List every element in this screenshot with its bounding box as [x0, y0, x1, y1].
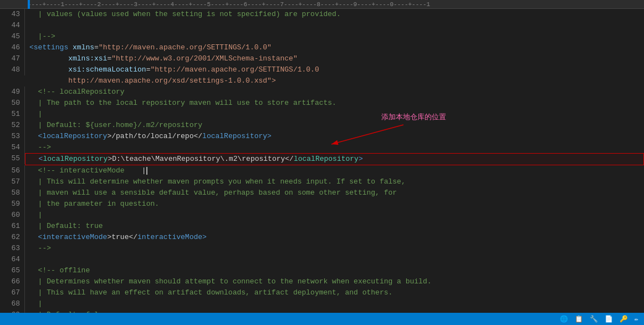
code-line: 62 <interactiveMode>true</interactiveMod… [0, 232, 644, 243]
code-line: 68 | [0, 298, 644, 309]
code-segment: | Determines whether maven should attemp… [29, 277, 432, 286]
code-segment: <!-- localRepository [29, 88, 125, 96]
code-segment: | [142, 166, 146, 175]
annotation-text: 添加本地仓库的位置 [381, 113, 446, 121]
line-number: 54 [0, 142, 25, 153]
line-number: 52 [0, 120, 25, 131]
line-content[interactable]: | Determines whether maven should attemp… [25, 276, 644, 287]
line-content[interactable]: | The path to the local repository maven… [25, 98, 644, 109]
code-segment: >D:\teache\MavenRepository\.m2\repositor… [108, 155, 293, 163]
code-line: 65 <!-- offline [0, 265, 644, 276]
line-number: 53 [0, 131, 25, 142]
status-icon-3: 🔧 [590, 315, 598, 323]
line-number: 64 [0, 254, 25, 265]
code-segment: > [267, 132, 272, 140]
code-segment: localRepository [42, 132, 107, 140]
code-line: 67 | This will have an effect on artifac… [0, 287, 644, 298]
line-content[interactable]: <interactiveMode>true</interactiveMode> [25, 232, 644, 243]
code-segment: <!-- interactiveMode [29, 166, 125, 175]
code-segment: > [202, 233, 207, 241]
code-segment: localRepository [202, 132, 267, 140]
status-icon-5: 🔑 [620, 315, 628, 323]
code-line: 50 | The path to the local repository ma… [0, 98, 644, 109]
line-number: 47 [0, 53, 25, 64]
code-segment: xmlns:xsi [29, 54, 107, 63]
line-content[interactable]: --> [25, 243, 644, 254]
line-content[interactable]: | [25, 298, 644, 309]
code-segment: | This will have an effect on artifact d… [29, 288, 392, 297]
code-line: http://maven.apache.org/xsd/settings-1.0… [0, 75, 644, 87]
code-segment: "> [267, 77, 276, 85]
code-line: 61 | Default: true [0, 221, 644, 232]
annotation-arrow [320, 122, 409, 150]
line-content[interactable]: | This will determine whether maven prom… [25, 176, 644, 187]
line-content[interactable]: <localRepository>D:\teache\MavenReposito… [25, 153, 644, 165]
line-content[interactable]: <!-- localRepository [25, 87, 644, 98]
code-segment: localRepository [43, 155, 108, 163]
line-number: 43 [0, 9, 25, 20]
line-number: 49 [0, 87, 25, 98]
line-content[interactable]: | values (values used when the setting i… [25, 9, 644, 20]
status-icon-4: 📄 [605, 315, 613, 323]
line-content[interactable]: | maven will use a sensible default valu… [25, 187, 644, 199]
line-content[interactable]: | This will have an effect on artifact d… [25, 287, 644, 298]
code-segment: < [29, 233, 42, 241]
line-content[interactable]: xsi:schemaLocation="http://maven.apache.… [25, 64, 644, 75]
line-number: 66 [0, 276, 25, 287]
line-content[interactable]: | [25, 109, 644, 120]
text-cursor [146, 167, 147, 175]
line-content[interactable]: <settings xmlns="http://maven.apache.org… [25, 42, 644, 53]
code-line: 64 [0, 254, 644, 265]
code-segment: = [94, 43, 99, 52]
status-icon-6: ✏️ [635, 315, 638, 323]
code-segment: localRepository [294, 155, 359, 163]
code-segment: xsi:schemaLocation [29, 65, 146, 74]
line-number: 63 [0, 243, 25, 254]
line-content[interactable]: http://maven.apache.org/xsd/settings-1.0… [25, 75, 644, 87]
code-line: 43 | values (values used when the settin… [0, 9, 644, 20]
editor-container: ----+----1----+----2----+----3----+----4… [0, 0, 644, 325]
line-content[interactable]: <!-- offline [25, 265, 644, 276]
line-content[interactable]: | the parameter in question. [25, 199, 644, 210]
code-segment: < [29, 43, 34, 52]
statusbar: 🌐 📋 🔧 📄 🔑 ✏️ [0, 313, 644, 325]
code-segment: >true</ [107, 233, 137, 241]
code-line: 60 | [0, 210, 644, 221]
code-line: 55 <localRepository>D:\teache\MavenRepos… [0, 153, 644, 165]
line-content[interactable]: xmlns:xsi="http://www.w3.org/2001/XMLSch… [25, 53, 644, 64]
code-segment: <!-- offline [29, 266, 90, 275]
line-number: 44 [0, 20, 25, 31]
line-content[interactable]: | [25, 210, 644, 221]
line-number: 50 [0, 98, 25, 109]
ruler: ----+----1----+----2----+----3----+----4… [0, 0, 644, 9]
status-icon-1: 🌐 [560, 315, 568, 323]
code-line: 56 <!-- interactiveMode | [0, 165, 644, 176]
line-content[interactable]: | Default: true [25, 221, 644, 232]
code-segment: http://maven.apache.org/xsd/settings-1.0… [68, 77, 267, 85]
code-segment: | [29, 110, 42, 118]
line-number: 65 [0, 265, 25, 276]
code-line: 49 <!-- localRepository [0, 87, 644, 98]
code-segment: < [29, 132, 42, 140]
code-segment: "http://maven.apache.org/SETTINGS/1.0.0" [99, 43, 272, 52]
code-segment: xmlns [73, 43, 94, 52]
line-number: 68 [0, 298, 25, 309]
code-segment [125, 166, 142, 175]
code-segment: > [359, 155, 363, 163]
status-icon-2: 📋 [575, 315, 583, 323]
line-content[interactable]: <!-- interactiveMode | [25, 165, 644, 176]
ruler-content: ----+----1----+----2----+----3----+----4… [28, 1, 430, 8]
code-segment: | values (values used when the [29, 10, 172, 18]
line-number: 46 [0, 42, 25, 53]
line-number: 57 [0, 176, 25, 187]
code-segment: | Default: ${user.home}/.m2/repository [29, 121, 202, 129]
line-content[interactable]: |--> [25, 31, 644, 42]
line-number: 67 [0, 287, 25, 298]
code-line: 45 |--> [0, 31, 644, 42]
code-line: 48 xsi:schemaLocation="http://maven.apac… [0, 64, 644, 75]
code-segment: | Default: true [29, 222, 103, 230]
code-line: 51 | [0, 109, 644, 120]
svg-line-1 [331, 125, 403, 144]
code-segment: |--> [29, 32, 55, 40]
code-segment [29, 77, 68, 85]
